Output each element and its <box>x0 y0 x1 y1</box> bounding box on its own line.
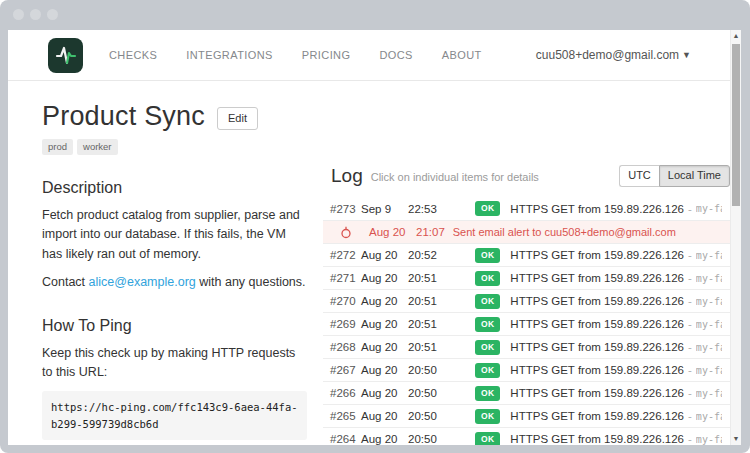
pulse-icon <box>53 43 78 68</box>
account-menu[interactable]: cuu508+demo@gmail.com▼ <box>536 48 691 62</box>
log-time: 20:50 <box>408 410 475 422</box>
log-ping-number: #273 <box>330 203 361 215</box>
chevron-down-icon: ▼ <box>682 50 691 60</box>
log-subtitle: Click on individual items for details <box>371 171 539 183</box>
log-message: HTTPS GET from 159.89.226.126-my-fancy-s… <box>510 318 722 330</box>
log-message-text: HTTPS GET from 159.89.226.126 <box>510 410 684 422</box>
timezone-toggle: UTCLocal Time <box>619 165 730 187</box>
ok-status-badge: OK <box>475 248 500 263</box>
log-row[interactable]: #267Aug 2020:50OKHTTPS GET from 159.89.2… <box>323 358 730 381</box>
ok-status-badge: OK <box>475 340 500 355</box>
log-message-text: HTTPS GET from 159.89.226.126 <box>510 295 684 307</box>
log-row-alert[interactable]: Aug 2021:07Sent email alert to cuu508+de… <box>323 220 730 243</box>
log-row[interactable]: #273Sep 922:53OKHTTPS GET from 159.89.22… <box>323 197 730 220</box>
nav-links: CHECKSINTEGRATIONSPRICINGDOCSABOUT <box>109 49 482 61</box>
check-tags: prodworker <box>42 139 307 155</box>
window-controls <box>13 9 58 20</box>
window-minimize-button[interactable] <box>30 9 41 20</box>
log-user-agent: my-fancy-sy… <box>696 434 722 445</box>
log-message-separator: - <box>688 433 692 445</box>
log-message: HTTPS GET from 159.89.226.126-my-fancy-s… <box>510 295 722 307</box>
ok-status-badge: OK <box>475 294 500 309</box>
log-message-separator: - <box>688 249 692 261</box>
scrollbar-up-arrow[interactable]: ▲ <box>731 30 741 42</box>
log-message-separator: - <box>688 387 692 399</box>
timezone-button-utc[interactable]: UTC <box>619 165 659 187</box>
alert-message-text: Sent email alert to cuu508+demo@gmail.co… <box>453 226 676 238</box>
contact-text: Contact alice@example.org with any quest… <box>42 273 307 292</box>
log-heading: Log <box>331 165 363 187</box>
log-message-separator: - <box>688 203 692 215</box>
log-user-agent: my-fancy-sy… <box>696 250 722 261</box>
ok-status-badge: OK <box>475 363 500 378</box>
nav-link-integrations[interactable]: INTEGRATIONS <box>186 49 273 61</box>
account-email: cuu508+demo@gmail.com <box>536 48 679 62</box>
window-maximize-button[interactable] <box>47 9 58 20</box>
log-time: 20:52 <box>408 249 475 261</box>
log-message-text: HTTPS GET from 159.89.226.126 <box>510 341 684 353</box>
log-user-agent: my-fancy-sy… <box>696 365 722 376</box>
log-message-text: HTTPS GET from 159.89.226.126 <box>510 318 684 330</box>
description-text: Fetch product catalog from supplier, par… <box>42 206 307 264</box>
log-message: HTTPS GET from 159.89.226.126-my-fancy-s… <box>510 387 722 399</box>
log-time: 20:50 <box>408 387 475 399</box>
how-to-ping-heading: How To Ping <box>42 317 307 335</box>
log-ping-number: #264 <box>330 433 361 445</box>
log-ping-number: #269 <box>330 318 361 330</box>
log-ping-number: #266 <box>330 387 361 399</box>
page-title: Product Sync <box>42 101 205 132</box>
log-time: 20:51 <box>408 341 475 353</box>
nav-link-about[interactable]: ABOUT <box>442 49 482 61</box>
log-ping-number: #268 <box>330 341 361 353</box>
nav-link-pricing[interactable]: PRICING <box>302 49 351 61</box>
log-row[interactable]: #264Aug 2020:50OKHTTPS GET from 159.89.2… <box>323 427 730 445</box>
log-time: 20:51 <box>408 295 475 307</box>
app-logo[interactable] <box>48 38 83 73</box>
tag-worker: worker <box>77 139 118 155</box>
log-message: HTTPS GET from 159.89.226.126-my-fancy-s… <box>510 203 722 215</box>
log-date: Aug 20 <box>361 272 408 284</box>
log-date: Aug 20 <box>361 364 408 376</box>
edit-button[interactable]: Edit <box>217 107 258 130</box>
scrollbar-down-arrow[interactable]: ▼ <box>731 433 741 445</box>
log-message-separator: - <box>688 410 692 422</box>
log-time: 22:53 <box>408 203 475 215</box>
log-row[interactable]: #272Aug 2020:52OKHTTPS GET from 159.89.2… <box>323 243 730 266</box>
log-user-agent: my-fancy-sy… <box>696 411 722 422</box>
log-user-agent: my-fancy-sy… <box>696 273 722 284</box>
nav-link-checks[interactable]: CHECKS <box>109 49 157 61</box>
log-row[interactable]: #270Aug 2020:51OKHTTPS GET from 159.89.2… <box>323 289 730 312</box>
ok-status-badge: OK <box>475 201 500 216</box>
log-panel: Log Click on individual items for detail… <box>323 165 730 445</box>
page-scrollbar[interactable]: ▲ ▼ <box>730 30 741 445</box>
log-header: Log Click on individual items for detail… <box>323 165 730 187</box>
log-message: HTTPS GET from 159.89.226.126-my-fancy-s… <box>510 364 722 376</box>
log-date: Aug 20 <box>361 433 408 445</box>
timezone-button-local-time[interactable]: Local Time <box>659 165 730 187</box>
log-message-separator: - <box>688 295 692 307</box>
log-row[interactable]: #266Aug 2020:50OKHTTPS GET from 159.89.2… <box>323 381 730 404</box>
scrollbar-thumb[interactable] <box>732 44 740 206</box>
ok-status-badge: OK <box>475 409 500 424</box>
ok-status-badge: OK <box>475 271 500 286</box>
description-heading: Description <box>42 179 307 197</box>
log-user-agent: my-fancy-sy… <box>696 319 722 330</box>
log-row[interactable]: #271Aug 2020:51OKHTTPS GET from 159.89.2… <box>323 266 730 289</box>
log-rows: #273Sep 922:53OKHTTPS GET from 159.89.22… <box>323 197 730 445</box>
log-message-text: HTTPS GET from 159.89.226.126 <box>510 272 684 284</box>
log-user-agent: my-fancy-sy… <box>696 342 722 353</box>
log-time: 20:50 <box>408 433 475 445</box>
ok-status-badge: OK <box>475 317 500 332</box>
log-ping-number: #271 <box>330 272 361 284</box>
log-time: 20:51 <box>408 318 475 330</box>
main-area: Product Sync Edit prodworker Description… <box>8 81 741 444</box>
log-message: HTTPS GET from 159.89.226.126-my-fancy-s… <box>510 341 722 353</box>
window-close-button[interactable] <box>13 9 24 20</box>
nav-link-docs[interactable]: DOCS <box>379 49 412 61</box>
contact-email-link[interactable]: alice@example.org <box>89 275 196 289</box>
log-row[interactable]: #265Aug 2020:50OKHTTPS GET from 159.89.2… <box>323 404 730 427</box>
log-row[interactable]: #269Aug 2020:51OKHTTPS GET from 159.89.2… <box>323 312 730 335</box>
log-row[interactable]: #268Aug 2020:51OKHTTPS GET from 159.89.2… <box>323 335 730 358</box>
log-message-separator: - <box>688 318 692 330</box>
log-date: Aug 20 <box>361 295 408 307</box>
